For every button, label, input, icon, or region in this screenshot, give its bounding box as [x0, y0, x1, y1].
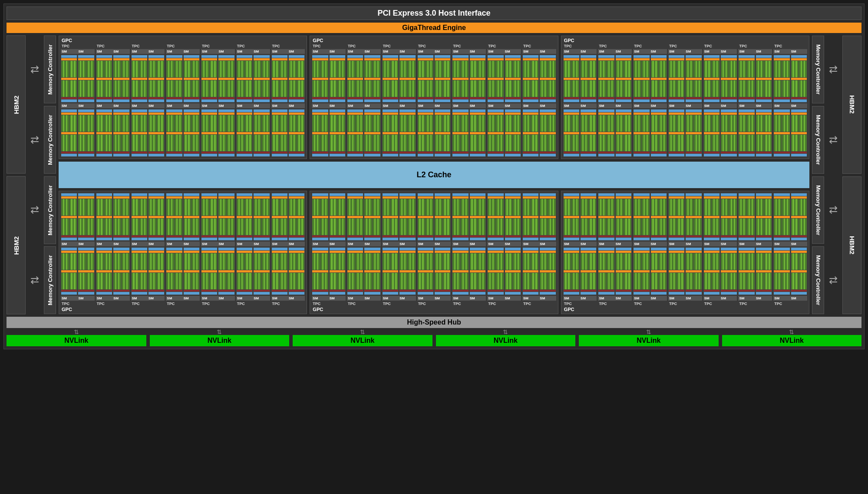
sm-label: SM — [364, 104, 380, 108]
gpc-label: GPC — [312, 307, 556, 312]
sm-label: SM — [149, 242, 164, 246]
sm-label: SM — [330, 296, 345, 300]
gpc-row-bottom: SMSMSMSMSMSMSMSMSMSMSMSMSMSM — [59, 191, 809, 314]
sm-unit — [312, 247, 328, 295]
sm-unit — [598, 55, 614, 103]
sm-unit — [469, 193, 486, 241]
sm-unit — [201, 55, 218, 103]
tpc-label: TPC — [201, 302, 235, 306]
sm-unit — [166, 109, 182, 157]
tpc-label: TPC — [417, 44, 451, 48]
sm-label: SM — [330, 104, 345, 108]
sm-label: SM — [774, 242, 789, 246]
sm-label: SM — [184, 50, 199, 53]
tpc-label: TPC — [452, 302, 486, 306]
sm-unit — [218, 109, 234, 157]
sm-unit — [312, 109, 328, 157]
sm-unit — [720, 55, 737, 103]
sm-label: SM — [149, 104, 164, 108]
sm-unit — [434, 247, 451, 295]
sm-unit — [633, 193, 650, 241]
sm-unit — [218, 247, 234, 295]
tpc-label-row: TPCTPCTPCTPCTPCTPCTPC — [61, 302, 305, 306]
sm-unit — [615, 247, 632, 295]
sm-unit — [580, 109, 597, 157]
main-grid: HBM2 HBM2 ⇄ ⇄ ⇄ ⇄ Memory Controller Memo… — [7, 36, 861, 314]
sm-label: SM — [62, 50, 77, 53]
sm-unit — [148, 109, 165, 157]
sm-unit — [539, 193, 556, 241]
tpc-label: TPC — [61, 44, 95, 48]
sm-unit — [452, 55, 469, 103]
sm-unit — [685, 109, 702, 157]
sm-label: SM — [488, 50, 503, 53]
sm-label: SM — [704, 296, 719, 300]
sm-unit — [773, 55, 790, 103]
sm-label: SM — [289, 296, 304, 300]
sm-label: SM — [651, 50, 666, 53]
sm-label: SM — [704, 104, 719, 108]
sm-label: SM — [313, 50, 328, 53]
sm-label: SM — [218, 50, 234, 53]
sm-unit — [218, 55, 234, 103]
sm-unit — [78, 55, 94, 103]
tpc-label: TPC — [487, 44, 521, 48]
sm-unit — [668, 193, 685, 241]
sm-label: SM — [132, 296, 147, 300]
sm-unit — [364, 247, 380, 295]
sm-unit — [347, 193, 363, 241]
sm-label-row: SMSMSMSMSMSMSMSMSMSMSMSMSMSM — [61, 49, 305, 54]
sm-unit — [487, 193, 504, 241]
sm-label: SM — [383, 242, 398, 246]
memory-controller: Memory Controller — [812, 246, 824, 314]
tpc-label: TPC — [563, 302, 597, 306]
tpc-label: TPC — [417, 302, 451, 306]
sm-unit — [96, 55, 112, 103]
bidir-arrow-icon: ⇅ — [74, 329, 79, 335]
sm-label: SM — [540, 50, 555, 53]
sm-label: SM — [470, 242, 485, 246]
sm-label: SM — [78, 242, 93, 246]
gpc-block: GPCTPCTPCTPCTPCTPCTPCTPCSMSMSMSMSMSMSMSM… — [310, 36, 558, 159]
sm-unit — [131, 193, 148, 241]
sm-unit — [78, 193, 94, 241]
sm-unit — [773, 193, 790, 241]
arrows-right: ⇄ ⇄ ⇄ ⇄ — [827, 36, 840, 314]
sm-unit — [113, 247, 129, 295]
sm-label: SM — [202, 296, 217, 300]
sm-label: SM — [330, 242, 345, 246]
bidir-arrow-icon: ⇄ — [827, 272, 840, 289]
gpc-label: GPC — [312, 38, 556, 43]
sm-label: SM — [113, 104, 129, 108]
sm-unit — [113, 109, 129, 157]
sm-unit — [399, 55, 416, 103]
sm-unit — [288, 247, 305, 295]
sm-label: SM — [564, 296, 579, 300]
sm-unit — [61, 55, 77, 103]
sm-unit — [131, 55, 148, 103]
sm-unit — [738, 193, 755, 241]
sm-label: SM — [289, 50, 304, 53]
sm-unit — [615, 55, 632, 103]
sm-unit — [288, 109, 305, 157]
hbm2-block: HBM2 — [7, 36, 26, 174]
sm-unit — [417, 193, 434, 241]
tpc-label: TPC — [271, 302, 305, 306]
sm-label: SM — [348, 104, 363, 108]
sm-unit — [382, 55, 399, 103]
sm-label: SM — [505, 50, 520, 53]
sm-label: SM — [132, 104, 147, 108]
sm-unit — [148, 193, 165, 241]
sm-label-row: SMSMSMSMSMSMSMSMSMSMSMSMSMSM — [61, 242, 305, 246]
sm-label: SM — [540, 104, 555, 108]
sm-label: SM — [149, 296, 164, 300]
sm-unit — [312, 193, 328, 241]
nvlink-block: NVLink — [436, 335, 576, 346]
sm-unit — [148, 247, 165, 295]
sm-label: SM — [564, 242, 579, 246]
sm-unit — [756, 247, 772, 295]
sm-label: SM — [739, 242, 754, 246]
sm-label: SM — [348, 296, 363, 300]
sm-label: SM — [330, 50, 345, 53]
sm-unit — [399, 109, 416, 157]
